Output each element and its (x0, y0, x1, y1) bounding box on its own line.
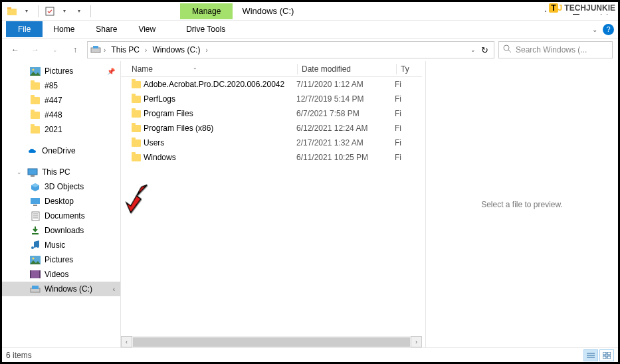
navigation-bar: ← → ⌄ ↑ › This PC › Windows (C:) › ⌄ ↻ S… (2, 39, 618, 61)
chevron-left-icon[interactable]: ‹ (113, 286, 115, 293)
ribbon-tabs: File Home Share View Drive Tools ⌄ ? (2, 21, 618, 39)
sidebar-item-label: Videos (45, 270, 68, 279)
sidebar-item-videos[interactable]: Videos (2, 267, 120, 282)
svg-rect-25 (30, 270, 31, 278)
file-rows-container: Adobe.Acrobat.Pro.DC.2020.006.200427/11/… (121, 77, 422, 165)
column-headers: Name⌃ Date modified Ty (121, 61, 422, 77)
nav-up-button[interactable]: ↑ (67, 42, 83, 58)
item-count: 6 items (6, 351, 32, 360)
folder-icon (30, 80, 41, 91)
svg-point-9 (504, 45, 509, 50)
titlebar: ▾ ▾ ▾ Manage Windows (C:) (2, 2, 618, 21)
chevron-right-icon[interactable]: › (205, 46, 207, 54)
sidebar-item-desktop[interactable]: Desktop (2, 194, 120, 209)
chevron-right-icon[interactable]: › (145, 46, 147, 54)
nav-history-dropdown[interactable]: ⌄ (47, 42, 63, 58)
file-row[interactable]: PerfLogs12/7/2019 5:14 PMFi (121, 92, 422, 106)
help-icon[interactable]: ? (603, 24, 614, 35)
sidebar-item-pictures[interactable]: Pictures (2, 252, 120, 267)
ribbon-collapse-icon[interactable]: ⌄ (592, 26, 597, 33)
file-name: Adobe.Acrobat.Pro.DC.2020.006.20042 (144, 80, 296, 89)
sidebar-item-2021[interactable]: 2021 (2, 122, 120, 137)
svg-rect-32 (603, 352, 606, 355)
svg-rect-13 (28, 169, 37, 175)
qat-dropdown-icon[interactable]: ▾ (21, 5, 33, 17)
sidebar-item-448[interactable]: #448 (2, 108, 120, 122)
file-type: Fi (395, 153, 415, 162)
sidebar-item-3d-objects[interactable]: 3D Objects (2, 179, 120, 194)
folder-icon (132, 81, 144, 88)
sidebar-item-447[interactable]: #447 (2, 93, 120, 108)
preview-pane: Select a file to preview. (425, 61, 618, 347)
refresh-icon[interactable]: ↻ (481, 45, 488, 55)
pictures-icon (30, 254, 41, 265)
sidebar-item-onedrive[interactable]: OneDrive (2, 143, 120, 158)
sidebar-item-label: Windows (C:) (45, 284, 92, 294)
svg-point-12 (33, 68, 35, 70)
svg-rect-24 (30, 270, 41, 278)
tab-view[interactable]: View (128, 21, 166, 37)
file-name: Program Files (144, 109, 296, 118)
svg-rect-8 (93, 46, 98, 48)
column-name-header[interactable]: Name⌃ (121, 64, 297, 74)
sidebar-item-85[interactable]: #85 (2, 78, 120, 93)
folder-icon (132, 125, 144, 132)
svg-rect-15 (31, 198, 40, 204)
file-date: 2/17/2021 1:32 AM (296, 138, 395, 147)
file-type: Fi (395, 109, 415, 118)
folder-icon (132, 154, 144, 161)
file-name: PerfLogs (144, 94, 296, 104)
svg-point-23 (33, 257, 35, 259)
this-pc-icon (27, 167, 38, 177)
column-date-header[interactable]: Date modified (298, 64, 396, 74)
file-type: Fi (395, 80, 415, 89)
icons-view-button[interactable] (599, 349, 614, 361)
sidebar-item-music[interactable]: Music (2, 238, 120, 252)
breadcrumb-this-pc[interactable]: This PC (108, 44, 142, 56)
horizontal-scrollbar[interactable]: ‹ › (121, 336, 422, 347)
sort-indicator-icon: ⌃ (193, 67, 197, 73)
sidebar-item-label: #447 (45, 96, 62, 105)
sidebar-item-windows-c[interactable]: Windows (C:)‹ (2, 282, 120, 296)
desktop-icon (30, 196, 41, 207)
sidebar-item-this-pc[interactable]: ⌄ This PC (2, 165, 120, 179)
search-icon (503, 45, 512, 55)
manage-contextual-tab[interactable]: Manage (180, 3, 233, 19)
search-input[interactable]: Search Windows (... (498, 41, 613, 58)
file-row[interactable]: Program Files (x86)6/12/2021 12:24 AMFi (121, 121, 422, 136)
sidebar-item-documents[interactable]: Documents (2, 209, 120, 223)
svg-rect-34 (603, 356, 606, 359)
scroll-right-button[interactable]: › (411, 336, 422, 347)
properties-icon[interactable] (44, 5, 56, 17)
qat-overflow-icon[interactable]: ▾ (73, 5, 85, 17)
file-row[interactable]: Windows6/11/2021 10:25 PMFi (121, 150, 422, 165)
file-row[interactable]: Users2/17/2021 1:32 AMFi (121, 136, 422, 150)
qat-dropdown2-icon[interactable]: ▾ (58, 5, 70, 17)
tab-share[interactable]: Share (85, 21, 128, 37)
nav-forward-button[interactable]: → (27, 42, 43, 58)
breadcrumb-current[interactable]: Windows (C:) (150, 44, 203, 56)
collapse-icon[interactable]: ⌄ (17, 169, 23, 175)
nav-back-button[interactable]: ← (7, 42, 23, 58)
address-dropdown-icon[interactable]: ⌄ (470, 46, 476, 53)
address-bar[interactable]: › This PC › Windows (C:) › ⌄ ↻ (87, 41, 494, 58)
quick-access-toolbar: ▾ ▾ ▾ (2, 5, 94, 17)
scroll-thumb[interactable] (133, 337, 410, 347)
scroll-left-button[interactable]: ‹ (121, 336, 132, 347)
svg-rect-16 (33, 205, 37, 206)
file-row[interactable]: Adobe.Acrobat.Pro.DC.2020.006.200427/11/… (121, 77, 422, 92)
tab-file[interactable]: File (6, 21, 43, 37)
pin-icon: 📌 (107, 68, 115, 75)
file-row[interactable]: Program Files6/7/2021 7:58 PMFi (121, 106, 422, 121)
sidebar-item-downloads[interactable]: Downloads (2, 223, 120, 238)
folder-icon (132, 110, 144, 118)
details-view-button[interactable] (583, 349, 598, 361)
tab-home[interactable]: Home (43, 21, 85, 37)
column-type-header[interactable]: Ty (397, 64, 417, 74)
sidebar-item-label: Pictures (45, 66, 73, 76)
navigation-pane: Pictures 📌 #85 #447 #448 2021 OneDrive ⌄… (2, 61, 120, 347)
sidebar-item-pictures[interactable]: Pictures 📌 (2, 64, 120, 78)
tab-drive-tools[interactable]: Drive Tools (175, 21, 236, 37)
chevron-right-icon[interactable]: › (104, 46, 106, 54)
folder-icon (132, 139, 144, 147)
